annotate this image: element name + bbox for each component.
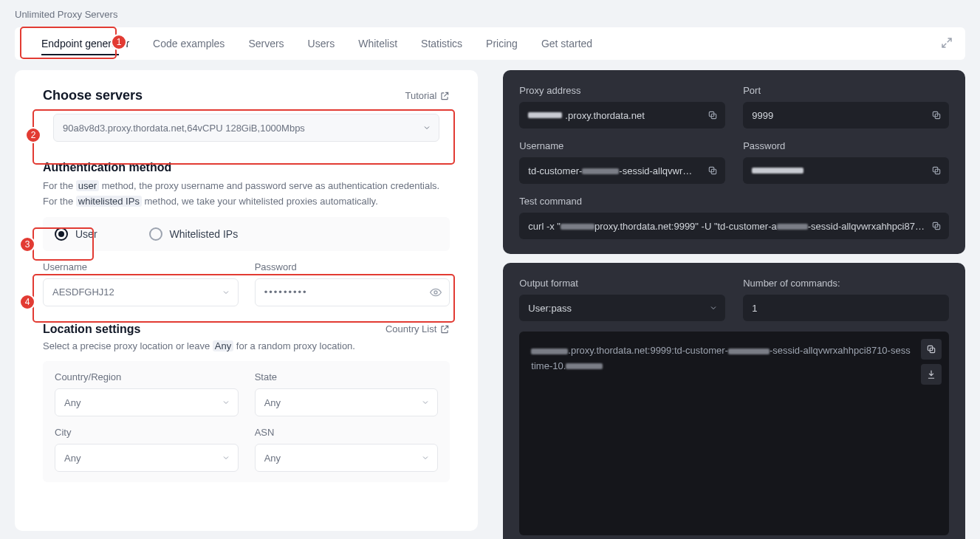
password-input[interactable]: ••••••••• xyxy=(255,278,450,306)
asn-select[interactable]: Any xyxy=(255,444,439,472)
password-value[interactable] xyxy=(743,157,949,184)
tab-get-started[interactable]: Get started xyxy=(530,27,604,60)
test-command-value[interactable]: curl -x "proxy.thordata.net:9999" -U "td… xyxy=(519,213,949,239)
country-select[interactable]: Any xyxy=(55,388,239,416)
asn-label: ASN xyxy=(255,427,439,438)
proxy-address-value[interactable]: .proxy.thordata.net xyxy=(519,102,725,128)
copy-icon[interactable] xyxy=(707,110,718,120)
test-cmd-seg: curl -x " xyxy=(528,221,561,232)
server-select[interactable]: 90a8v8d3.proxy.thordata.net,64vCPU 128Gi… xyxy=(53,114,439,142)
state-select[interactable]: Any xyxy=(255,388,439,416)
username-select[interactable]: AESDFGHJ12 xyxy=(43,278,239,306)
tab-label: Statistics xyxy=(421,38,462,49)
copy-icon[interactable] xyxy=(931,110,942,120)
output-textarea[interactable]: .proxy.thordata.net:9999:td-customer--se… xyxy=(519,332,949,535)
city-select[interactable]: Any xyxy=(55,444,239,472)
copy-icon[interactable] xyxy=(707,165,718,176)
auth-desc-seg: For the xyxy=(43,180,76,191)
tab-code-examples[interactable]: Code examples xyxy=(141,27,236,60)
output-format-select[interactable]: User:pass xyxy=(519,295,725,321)
city-label: City xyxy=(55,427,239,438)
num-commands-input[interactable]: 1 xyxy=(743,295,949,321)
radio-whitelist-label: Whitelisted IPs xyxy=(170,228,239,240)
test-cmd-seg: -sessid-allqvwrxahhpci871... xyxy=(808,221,928,232)
test-command-label: Test command xyxy=(519,196,949,207)
chevron-down-icon xyxy=(222,453,230,462)
chevron-down-icon xyxy=(222,288,230,297)
username-prefix: td-customer- xyxy=(528,165,582,176)
tab-label: Code examples xyxy=(153,38,225,49)
tutorial-label: Tutorial xyxy=(405,90,436,101)
proxy-address-text: .proxy.thordata.net xyxy=(565,110,644,121)
choose-servers-title: Choose servers xyxy=(43,88,143,103)
page-title: Unlimited Proxy Servers xyxy=(15,9,965,20)
radio-circle-icon xyxy=(55,227,68,241)
city-value: Any xyxy=(64,453,80,464)
output-seg: .proxy.thordata.net:9999:td-customer- xyxy=(568,345,728,356)
tutorial-link[interactable]: Tutorial xyxy=(405,90,450,101)
chevron-down-icon xyxy=(709,303,718,312)
eye-icon[interactable] xyxy=(430,286,442,298)
auth-method-title: Authentication method xyxy=(43,161,450,174)
redacted-segment xyxy=(561,224,594,230)
tab-label: Users xyxy=(308,38,335,49)
username-label: Username xyxy=(43,261,239,272)
state-label: State xyxy=(255,371,439,382)
output-text: .proxy.thordata.net:9999:td-customer--se… xyxy=(531,345,910,371)
radio-circle-icon xyxy=(149,227,162,241)
country-list-link[interactable]: Country List xyxy=(386,323,450,334)
username-value[interactable]: td-customer--sessid-allqvwr… xyxy=(519,157,725,184)
tab-endpoint-generator[interactable]: Endpoint generator xyxy=(30,27,141,60)
tab-users[interactable]: Users xyxy=(296,27,347,60)
auth-desc-user: user xyxy=(76,180,99,191)
username-suffix: -sessid-allqvwr… xyxy=(619,165,692,176)
auth-desc-whitelist: whitelisted IPs xyxy=(76,196,142,207)
username-value: AESDFGHJ12 xyxy=(52,286,114,298)
tab-label: Servers xyxy=(248,38,284,49)
country-value: Any xyxy=(64,397,80,408)
auth-desc-seg: method, we take your whitelisted proxies… xyxy=(142,196,378,207)
tab-pricing[interactable]: Pricing xyxy=(474,27,530,60)
tab-label: Pricing xyxy=(486,38,518,49)
loc-desc-seg: Select a precise proxy location or leave xyxy=(43,340,213,351)
chevron-down-icon xyxy=(422,123,431,132)
port-text: 9999 xyxy=(752,110,773,121)
location-title: Location settings xyxy=(43,323,140,336)
redacted-segment xyxy=(528,112,562,118)
download-output-button[interactable] xyxy=(921,364,942,385)
credentials-panel: Proxy address .proxy.thordata.net Port 9… xyxy=(503,70,965,254)
username-text: td-customer--sessid-allqvwr… xyxy=(528,165,692,176)
redacted-segment xyxy=(531,349,568,354)
country-list-label: Country List xyxy=(386,323,436,334)
copy-output-button[interactable] xyxy=(921,339,942,360)
tab-statistics[interactable]: Statistics xyxy=(409,27,474,60)
loc-desc-seg: for a random proxy location. xyxy=(233,340,355,351)
num-commands-value: 1 xyxy=(752,303,757,314)
output-panel: Output format User:pass Number of comman… xyxy=(503,263,965,539)
copy-icon[interactable] xyxy=(931,221,942,231)
tab-whitelist[interactable]: Whitelist xyxy=(346,27,409,60)
port-value[interactable]: 9999 xyxy=(743,102,949,128)
chevron-down-icon xyxy=(421,453,430,462)
tab-servers[interactable]: Servers xyxy=(236,27,295,60)
password-label: Password xyxy=(255,261,450,272)
radio-user-label: User xyxy=(75,228,97,240)
username-label: Username xyxy=(519,140,725,151)
radio-user[interactable]: User xyxy=(55,227,97,241)
location-fields: Country/Region Any State Any City xyxy=(43,361,450,482)
auth-radio-group: User Whitelisted IPs xyxy=(43,217,450,251)
output-seg: 10. xyxy=(552,360,566,371)
auth-method-description: For the user method, the proxy username … xyxy=(43,179,450,210)
port-label: Port xyxy=(743,85,949,96)
radio-whitelisted-ips[interactable]: Whitelisted IPs xyxy=(149,227,239,241)
password-label: Password xyxy=(743,140,949,151)
redacted-segment xyxy=(566,363,603,369)
copy-icon[interactable] xyxy=(931,165,942,176)
test-command-text: curl -x "proxy.thordata.net:9999" -U "td… xyxy=(528,221,927,232)
expand-icon[interactable] xyxy=(940,36,955,51)
asn-value: Any xyxy=(264,453,281,464)
redacted-segment xyxy=(777,224,808,230)
proxy-address-label: Proxy address xyxy=(519,85,725,96)
tab-label: Endpoint generator xyxy=(41,38,129,49)
chevron-down-icon xyxy=(222,398,230,407)
